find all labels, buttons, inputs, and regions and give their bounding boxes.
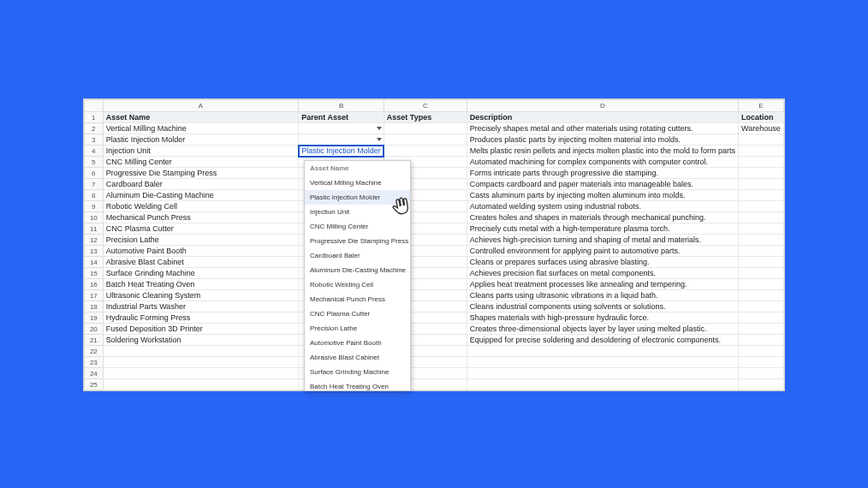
row-header-7[interactable]: 7 [85, 179, 104, 190]
cell-description[interactable]: Controlled environment for applying pain… [467, 246, 738, 257]
col-header-B[interactable]: B [299, 100, 384, 112]
dropdown-item[interactable]: Cardboard Baler [305, 248, 410, 263]
dropdown-item[interactable]: CNC Plasma Cutter [305, 306, 410, 321]
cell-asset-name[interactable] [103, 379, 299, 390]
cell-location[interactable] [738, 312, 783, 324]
cell-description[interactable]: Cleans or prepares surfaces using abrasi… [467, 257, 738, 268]
col-header-C[interactable]: C [383, 100, 467, 112]
row-header-3[interactable]: 3 [85, 134, 104, 146]
cell-description[interactable] [467, 346, 738, 357]
cell-location[interactable] [738, 190, 783, 201]
row-header-22[interactable]: 22 [85, 346, 104, 357]
header-parent-asset[interactable]: Parent Asset [299, 112, 384, 123]
chevron-down-icon[interactable] [377, 127, 382, 130]
cell-asset-name[interactable]: Mechanical Punch Press [103, 212, 299, 223]
cell-location[interactable] [738, 168, 783, 179]
cell-asset-name[interactable]: Industrial Parts Washer [103, 301, 299, 312]
col-header-E[interactable]: E [738, 100, 783, 112]
row-header-15[interactable]: 15 [85, 268, 104, 279]
spreadsheet[interactable]: A B C D E 1 Asset Name Parent Asset Asse… [84, 99, 784, 390]
chevron-down-icon[interactable] [377, 138, 382, 141]
cell-location[interactable] [738, 368, 783, 379]
cell-location[interactable] [738, 212, 783, 223]
cell-location[interactable] [738, 268, 783, 279]
header-description[interactable]: Description [467, 112, 738, 123]
cell-location[interactable] [738, 157, 783, 168]
cell-parent-asset-active[interactable]: Plastic Injection Molder [299, 146, 384, 157]
cell-asset-name[interactable] [103, 346, 299, 357]
dropdown-item[interactable]: Surface Grinding Machine [305, 365, 410, 379]
cell-location[interactable] [738, 223, 783, 235]
cell-description[interactable]: Shapes materials with high-pressure hydr… [467, 312, 738, 324]
row-header-13[interactable]: 13 [85, 246, 104, 257]
corner-cell[interactable] [85, 100, 104, 112]
row-header-9[interactable]: 9 [85, 201, 104, 212]
dropdown-item[interactable]: Vertical Milling Machine [305, 176, 410, 190]
cell-asset-name[interactable]: Robotic Welding Cell [103, 201, 299, 212]
dropdown-item[interactable]: Batch Heat Treating Oven [305, 379, 410, 391]
cell-description[interactable]: Applies heat treatment processes like an… [467, 279, 738, 290]
cell-description[interactable]: Precisely cuts metal with a high-tempera… [467, 223, 738, 235]
cell-location[interactable] [738, 134, 783, 146]
dropdown-item[interactable]: Abrasive Blast Cabinet [305, 350, 410, 365]
cell-description[interactable]: Produces plastic parts by injecting molt… [467, 134, 738, 146]
cell-description[interactable]: Creates three-dimensional objects layer … [467, 324, 738, 335]
cell-location[interactable] [738, 257, 783, 268]
cell-parent-asset[interactable] [299, 123, 384, 134]
row-header-16[interactable]: 16 [85, 279, 104, 290]
row-header-23[interactable]: 23 [85, 357, 104, 368]
cell-description[interactable]: Achieves high-precision turning and shap… [467, 235, 738, 246]
cell-location[interactable] [738, 279, 783, 290]
cell-location[interactable] [738, 301, 783, 312]
cell-description[interactable] [467, 379, 738, 390]
cell-description[interactable]: Forms intricate parts through progressiv… [467, 168, 738, 179]
row-header-21[interactable]: 21 [85, 335, 104, 346]
cell-description[interactable]: Automated welding system using industria… [467, 201, 738, 212]
cell-description[interactable] [467, 357, 738, 368]
cell-location[interactable]: Warehouse [738, 123, 783, 134]
cell-location[interactable] [738, 246, 783, 257]
cell-location[interactable] [738, 201, 783, 212]
cell-asset-name[interactable]: Precision Lathe [103, 235, 299, 246]
cell-asset-name[interactable]: CNC Milling Center [103, 157, 299, 168]
cell-asset-name[interactable]: Progressive Die Stamping Press [103, 168, 299, 179]
cell-asset-name[interactable]: Abrasive Blast Cabinet [103, 257, 299, 268]
cell-location[interactable] [738, 324, 783, 335]
cell-asset-types[interactable] [383, 134, 467, 146]
row-header-1[interactable]: 1 [85, 112, 104, 123]
col-header-D[interactable]: D [467, 100, 738, 112]
row-header-2[interactable]: 2 [85, 123, 104, 134]
cell-asset-name[interactable]: Hydraulic Forming Press [103, 312, 299, 324]
row-header-19[interactable]: 19 [85, 312, 104, 324]
cell-description[interactable] [467, 368, 738, 379]
cell-asset-name[interactable] [103, 368, 299, 379]
cell-description[interactable]: Achieves precision flat surfaces on meta… [467, 268, 738, 279]
dropdown-item[interactable]: Aluminum Die-Casting Machine [305, 263, 410, 277]
dropdown-item[interactable]: Robotic Welding Cell [305, 277, 410, 292]
row-header-10[interactable]: 10 [85, 212, 104, 223]
cell-asset-name[interactable]: Soldering Workstation [103, 335, 299, 346]
cell-location[interactable] [738, 335, 783, 346]
cell-asset-name[interactable]: Aluminum Die-Casting Machine [103, 190, 299, 201]
header-asset-types[interactable]: Asset Types [383, 112, 467, 123]
row-header-14[interactable]: 14 [85, 257, 104, 268]
cell-location[interactable] [738, 290, 783, 301]
row-header-24[interactable]: 24 [85, 368, 104, 379]
dropdown-item[interactable]: Progressive Die Stamping Press [305, 234, 410, 248]
cell-location[interactable] [738, 357, 783, 368]
cell-description[interactable]: Casts aluminum parts by injecting molten… [467, 190, 738, 201]
row-header-11[interactable]: 11 [85, 223, 104, 235]
cell-description[interactable]: Automated machining for complex componen… [467, 157, 738, 168]
cell-location[interactable] [738, 179, 783, 190]
cell-parent-asset[interactable] [299, 134, 384, 146]
cell-location[interactable] [738, 146, 783, 157]
dropdown-item[interactable]: Plastic Injection Molder [305, 190, 410, 205]
dropdown-item[interactable]: Injection Unit [305, 205, 410, 219]
cell-location[interactable] [738, 379, 783, 390]
cell-asset-name[interactable]: Fused Deposition 3D Printer [103, 324, 299, 335]
cell-asset-name[interactable] [103, 357, 299, 368]
cell-asset-name[interactable]: Automotive Paint Booth [103, 246, 299, 257]
cell-description[interactable]: Creates holes and shapes in materials th… [467, 212, 738, 223]
row-header-8[interactable]: 8 [85, 190, 104, 201]
dropdown-popup[interactable]: Asset Name Vertical Milling MachinePlast… [304, 160, 411, 391]
